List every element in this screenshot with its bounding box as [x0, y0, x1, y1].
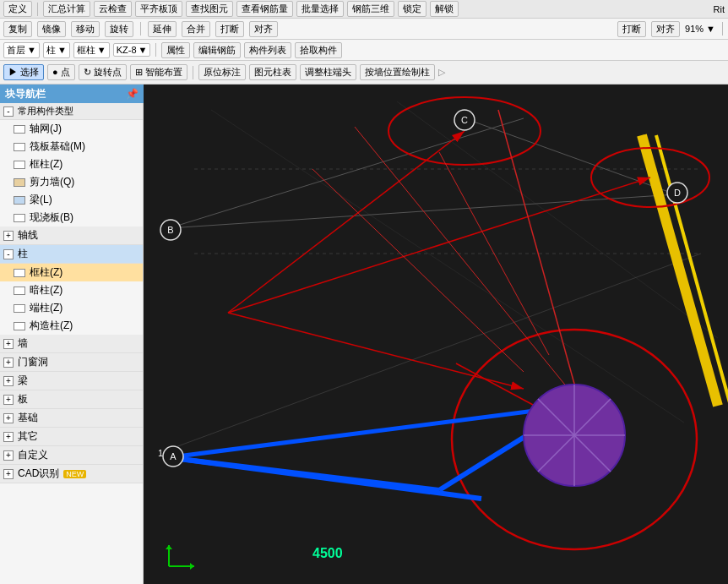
merge-btn[interactable]: 合并: [182, 21, 210, 37]
item-axis-grid[interactable]: 轴网(J): [0, 120, 143, 138]
align-btn[interactable]: 对齐: [249, 21, 278, 37]
construct-col-icon: [14, 322, 25, 330]
new-badge: NEW: [63, 470, 86, 478]
mirror-btn[interactable]: 镜像: [37, 21, 66, 37]
type-arrow: ▼: [57, 45, 67, 55]
group-cad-recognize[interactable]: + CAD识别 NEW: [0, 465, 143, 483]
component-dropdown[interactable]: 框柱 ▼: [73, 42, 110, 58]
summary-btn[interactable]: 汇总计算: [43, 1, 90, 17]
align2-btn[interactable]: 对齐: [651, 21, 680, 37]
expand-other[interactable]: +: [3, 432, 14, 442]
sep2: [140, 22, 141, 35]
spec-dropdown[interactable]: KZ-8 ▼: [113, 43, 151, 57]
item-beam[interactable]: 梁(L): [0, 191, 143, 209]
print-btn[interactable]: 打断: [617, 21, 646, 37]
item-shear-wall[interactable]: 剪力墙(Q): [0, 173, 143, 191]
break-btn[interactable]: 打断: [215, 21, 244, 37]
beam-icon: [14, 196, 25, 205]
batch-select-btn[interactable]: 批量选择: [296, 1, 344, 17]
item-end-col[interactable]: 端柱(Z): [0, 299, 143, 317]
raft-icon: [14, 143, 25, 151]
group-foundation[interactable]: + 基础: [0, 409, 143, 428]
sidebar-title: 块导航栏: [5, 87, 46, 101]
group-other-label: 其它: [18, 429, 38, 444]
group-common-types[interactable]: - 常用构件类型: [0, 103, 143, 120]
item-frame-col-common[interactable]: 框柱(Z): [0, 156, 143, 173]
extend-btn[interactable]: 延伸: [148, 21, 177, 37]
group-axis-label: 轴线: [18, 228, 38, 243]
group-slab-label: 板: [18, 392, 28, 407]
component-arrow: ▼: [97, 45, 106, 55]
elem-table-btn[interactable]: 图元柱表: [249, 64, 296, 80]
expand-wall[interactable]: +: [3, 339, 14, 349]
zoom-label: 91% ▼: [685, 24, 715, 34]
point-btn[interactable]: ● 点: [47, 64, 75, 80]
expand-column[interactable]: -: [3, 249, 14, 259]
spec-arrow: ▼: [139, 45, 148, 55]
type-dropdown[interactable]: 柱 ▼: [43, 42, 70, 58]
end-col-label: 端柱(Z): [30, 301, 62, 315]
rotate-point-btn[interactable]: ↻ 旋转点: [79, 64, 127, 80]
group-foundation-label: 基础: [18, 411, 38, 425]
cloud-check-btn[interactable]: 云检查: [94, 1, 132, 17]
rotate-btn[interactable]: 旋转: [105, 21, 133, 37]
view-rebar-btn[interactable]: 查看钢筋量: [236, 1, 293, 17]
sep3: [722, 22, 723, 35]
group-axis-line[interactable]: + 轴线: [0, 227, 143, 245]
frame-col-icon: [14, 161, 25, 169]
sep4: [155, 43, 156, 57]
raft-label: 筏板基础(M): [30, 139, 85, 154]
item-construct-col[interactable]: 构造柱(Z): [0, 317, 143, 335]
pos-label-btn[interactable]: 原位标注: [198, 64, 246, 80]
group-beam2-label: 梁: [18, 374, 28, 388]
expand-common[interactable]: -: [3, 106, 14, 117]
item-hidden-col[interactable]: 暗柱(Z): [0, 281, 143, 299]
group-wall[interactable]: + 墙: [0, 335, 143, 353]
item-cast-slab[interactable]: 现浇板(B): [0, 209, 143, 227]
group-door-window[interactable]: + 门窗洞: [0, 353, 143, 372]
property-btn[interactable]: 属性: [161, 42, 190, 58]
edit-rebar-btn[interactable]: 编辑钢筋: [193, 42, 241, 58]
rebar-3d-btn[interactable]: 钢筋三维: [347, 1, 394, 17]
draw-col-by-wall-btn[interactable]: 按墙位置绘制柱: [360, 64, 435, 80]
group-column[interactable]: - 柱: [0, 245, 143, 264]
select-btn[interactable]: ▶ 选择: [3, 64, 44, 80]
pick-component-btn[interactable]: 拾取构件: [295, 42, 342, 58]
beam-label: 梁(L): [30, 193, 52, 207]
find-elem-btn[interactable]: 查找图元: [186, 1, 233, 17]
smart-layout-btn[interactable]: ⊞ 智能布置: [130, 64, 187, 80]
expand-slab[interactable]: +: [3, 395, 14, 405]
expand-beam2[interactable]: +: [3, 376, 14, 386]
group-door-window-label: 门窗洞: [18, 355, 48, 369]
adj-col-end-btn[interactable]: 调整柱端头: [300, 64, 356, 80]
expand-axis[interactable]: +: [3, 231, 14, 241]
expand-cad[interactable]: +: [3, 469, 14, 479]
group-slab[interactable]: + 板: [0, 390, 143, 409]
component-list-btn[interactable]: 构件列表: [244, 42, 291, 58]
floor-dropdown[interactable]: 首层 ▼: [3, 42, 40, 58]
floor-arrow: ▼: [27, 45, 36, 55]
group-common-label: 常用构件类型: [18, 105, 73, 117]
group-other[interactable]: + 其它: [0, 428, 143, 446]
expand-door-window[interactable]: +: [3, 357, 14, 368]
unlock-btn[interactable]: 解锁: [430, 1, 459, 17]
type-label: 柱: [46, 44, 56, 57]
expand-foundation[interactable]: +: [3, 413, 14, 423]
expand-custom[interactable]: +: [3, 450, 14, 461]
item-frame-col[interactable]: 框柱(Z): [0, 264, 143, 281]
svg-rect-0: [144, 85, 728, 584]
sidebar-pin-icon[interactable]: 📌: [126, 88, 139, 100]
svg-text:C: C: [461, 115, 468, 125]
group-cad-label: CAD识别: [18, 467, 59, 481]
copy-btn[interactable]: 复制: [3, 21, 32, 37]
level-plate-btn[interactable]: 平齐板顶: [135, 1, 182, 17]
item-raft-foundation[interactable]: 筏板基础(M): [0, 138, 143, 156]
main-canvas[interactable]: A 1 B C D 4500: [144, 85, 728, 584]
lock-btn[interactable]: 锁定: [398, 1, 426, 17]
group-custom-label: 自定义: [18, 448, 48, 462]
group-beam2[interactable]: + 梁: [0, 372, 143, 390]
toolbar-row1: 定义 汇总计算 云检查 平齐板顶 查找图元 查看钢筋量 批量选择 钢筋三维 锁定…: [0, 0, 728, 19]
move-btn[interactable]: 移动: [71, 21, 100, 37]
define-btn[interactable]: 定义: [3, 1, 32, 17]
group-custom[interactable]: + 自定义: [0, 446, 143, 465]
